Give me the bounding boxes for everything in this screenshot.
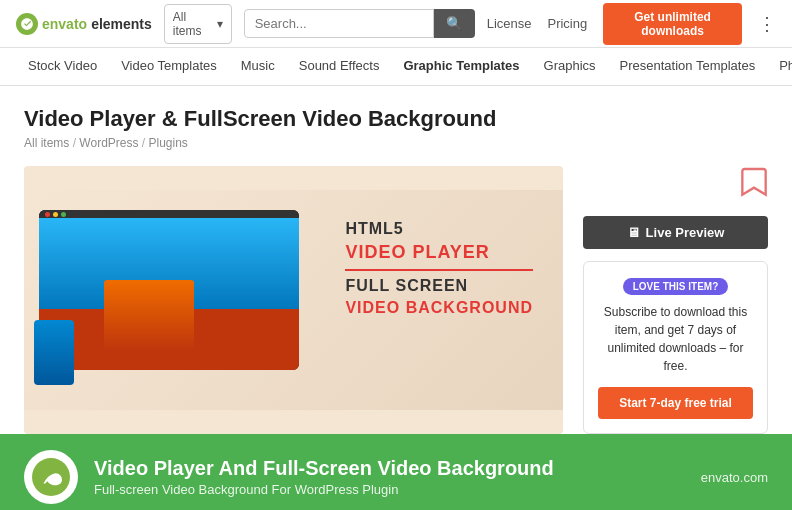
love-badge: Love this item?	[623, 278, 729, 295]
bottom-subtitle: Full-screen Video Background For WordPre…	[94, 482, 685, 497]
subscribe-box: Love this item? Subscribe to download th…	[583, 261, 768, 434]
nav-item-stock-video[interactable]: Stock Video	[16, 48, 109, 86]
main-nav: Stock Video Video Templates Music Sound …	[0, 48, 792, 86]
device-mock-tablet	[104, 280, 194, 350]
preview-fullscreen-text: FULL SCREEN	[345, 277, 533, 295]
page-content: Video Player & FullScreen Video Backgrou…	[0, 86, 792, 434]
bottom-domain: envato.com	[701, 470, 768, 485]
preview-html5-text: HTML5	[345, 220, 533, 238]
search-button[interactable]: 🔍	[434, 9, 475, 38]
bottom-logo-icon	[40, 466, 62, 488]
monitor-icon: 🖥	[627, 225, 640, 240]
filter-label: All items	[173, 10, 213, 38]
search-icon: 🔍	[446, 16, 463, 31]
cta-button[interactable]: Get unlimited downloads	[603, 3, 742, 45]
breadcrumb-all-items[interactable]: All items	[24, 136, 69, 150]
nav-item-graphics[interactable]: Graphics	[532, 48, 608, 86]
search-wrap: 🔍	[244, 9, 475, 38]
bottom-logo-inner	[32, 458, 70, 496]
bookmark-area	[583, 166, 768, 200]
chevron-down-icon: ▾	[217, 17, 223, 31]
preview-video-player-text: VIDEO PLAYER	[345, 242, 533, 263]
breadcrumb-plugins[interactable]: Plugins	[149, 136, 188, 150]
header: envatoelements All items ▾ 🔍 License Pri…	[0, 0, 792, 48]
header-links: License Pricing Get unlimited downloads …	[487, 3, 776, 45]
trial-button[interactable]: Start 7-day free trial	[598, 387, 753, 419]
preview-text-overlay: HTML5 VIDEO PLAYER FULL SCREEN VIDEO BAC…	[345, 220, 533, 317]
device-mock-phone	[34, 320, 74, 385]
bookmark-icon[interactable]	[740, 166, 768, 200]
subscribe-text: Subscribe to download this item, and get…	[598, 303, 753, 375]
more-menu-button[interactable]: ⋮	[758, 13, 776, 35]
breadcrumb: All items / WordPress / Plugins	[24, 136, 768, 150]
sidebar: 🖥 Live Preview Love this item? Subscribe…	[583, 166, 768, 434]
nav-item-video-templates[interactable]: Video Templates	[109, 48, 229, 86]
page-title: Video Player & FullScreen Video Backgrou…	[24, 106, 768, 132]
nav-item-presentation-templates[interactable]: Presentation Templates	[608, 48, 768, 86]
nav-item-music[interactable]: Music	[229, 48, 287, 86]
preview-video-bg-text: VIDEO BACKGROUND	[345, 299, 533, 317]
breadcrumb-wordpress[interactable]: WordPress	[79, 136, 138, 150]
bottom-info: Video Player And Full-Screen Video Backg…	[94, 457, 685, 497]
filter-dropdown[interactable]: All items ▾	[164, 4, 232, 44]
live-preview-label: Live Preview	[646, 225, 725, 240]
nav-item-photos[interactable]: Photos	[767, 48, 792, 86]
bottom-logo-circle	[24, 450, 78, 504]
logo: envatoelements	[16, 13, 152, 35]
preview-image: HTML5 VIDEO PLAYER FULL SCREEN VIDEO BAC…	[24, 190, 563, 410]
nav-item-graphic-templates[interactable]: Graphic Templates	[391, 48, 531, 86]
pricing-link[interactable]: Pricing	[547, 16, 587, 31]
content-row: HTML5 VIDEO PLAYER FULL SCREEN VIDEO BAC…	[24, 166, 768, 434]
live-preview-button[interactable]: 🖥 Live Preview	[583, 216, 768, 249]
bottom-title: Video Player And Full-Screen Video Backg…	[94, 457, 685, 480]
license-link[interactable]: License	[487, 16, 532, 31]
logo-envato-text: envato	[42, 16, 87, 32]
search-input[interactable]	[244, 9, 434, 38]
breadcrumb-sep2: /	[142, 136, 149, 150]
preview-area: HTML5 VIDEO PLAYER FULL SCREEN VIDEO BAC…	[24, 166, 563, 434]
bottom-bar: Video Player And Full-Screen Video Backg…	[0, 434, 792, 510]
nav-item-sound-effects[interactable]: Sound Effects	[287, 48, 392, 86]
envato-logo-icon	[16, 13, 38, 35]
logo-elements-text: elements	[91, 16, 152, 32]
